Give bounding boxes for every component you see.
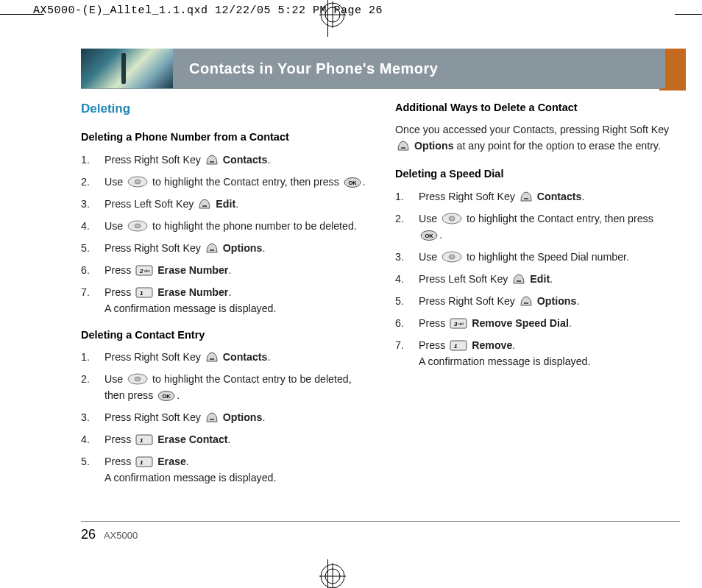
step-num: 7. bbox=[81, 284, 94, 316]
step-text: Press Right Soft Key Options. bbox=[104, 409, 366, 425]
step-text: Press Left Soft Key Edit. bbox=[419, 271, 680, 287]
step-text: Press 1 Erase Number.A confirmation mess… bbox=[104, 284, 366, 316]
subhead-delete-entry: Deleting a Contact Entry bbox=[81, 327, 366, 343]
step-text: Press 2abc Erase Number. bbox=[104, 262, 366, 278]
step-num: 5. bbox=[81, 453, 94, 486]
registration-mark-bottom bbox=[319, 563, 336, 588]
column-right: Additional Ways to Delete a Contact Once… bbox=[395, 99, 680, 522]
svg-text:1: 1 bbox=[140, 290, 143, 297]
steps-delete-entry: 1.Press Right Soft Key Contacts. 2.Use t… bbox=[81, 349, 366, 486]
key-1-icon: 1 bbox=[450, 340, 467, 351]
subhead-delete-number: Deleting a Phone Number from a Contact bbox=[81, 129, 366, 145]
step-num: 7. bbox=[395, 337, 408, 369]
step-num: 2. bbox=[81, 371, 94, 403]
step-text: Use to highlight the Contact entry to be… bbox=[104, 371, 366, 403]
step-num: 6. bbox=[395, 315, 408, 331]
svg-text:def: def bbox=[458, 322, 464, 326]
footer-rule bbox=[81, 521, 680, 522]
page-number: 26 bbox=[81, 527, 96, 542]
crop-mark-left bbox=[0, 14, 44, 15]
step-num: 5. bbox=[81, 240, 94, 256]
step-num: 1. bbox=[395, 188, 408, 205]
softkey-icon bbox=[205, 242, 219, 254]
step-num: 3. bbox=[395, 249, 408, 265]
body-columns: Deleting Deleting a Phone Number from a … bbox=[81, 99, 680, 522]
step-num: 2. bbox=[81, 174, 94, 190]
step-text: Press Right Soft Key Options. bbox=[104, 240, 366, 256]
key-2-icon: 2abc bbox=[135, 265, 153, 276]
svg-text:1: 1 bbox=[140, 459, 143, 466]
ok-icon bbox=[420, 230, 438, 241]
softkey-icon bbox=[520, 191, 533, 202]
step-text: Use to highlight the Speed Dial number. bbox=[419, 249, 680, 265]
step-text: Press Right Soft Key Options. bbox=[419, 293, 680, 309]
softkey-icon bbox=[397, 140, 410, 152]
para-additional: Once you accessed your Contacts, pressin… bbox=[395, 121, 680, 154]
model-name: AX5000 bbox=[104, 530, 138, 541]
step-num: 5. bbox=[395, 293, 408, 309]
svg-text:abc: abc bbox=[144, 269, 151, 273]
header-rule bbox=[81, 88, 686, 89]
nav-icon bbox=[127, 220, 148, 232]
svg-text:3: 3 bbox=[454, 321, 458, 327]
ok-icon bbox=[344, 177, 361, 188]
steps-delete-speed-dial: 1.Press Right Soft Key Contacts. 2.Use t… bbox=[395, 188, 680, 369]
key-1-icon: 1 bbox=[135, 456, 153, 467]
nav-icon bbox=[442, 251, 462, 263]
step-text: Use to highlight the Contact entry, then… bbox=[419, 210, 680, 243]
step-num: 1. bbox=[81, 349, 94, 365]
softkey-icon bbox=[205, 351, 219, 363]
step-num: 6. bbox=[81, 262, 94, 278]
step-text: Press Right Soft Key Contacts. bbox=[419, 188, 680, 205]
svg-text:1: 1 bbox=[140, 437, 143, 444]
step-num: 1. bbox=[81, 152, 94, 168]
subhead-delete-speed-dial: Deleting a Speed Dial bbox=[395, 166, 680, 182]
step-text: Press Right Soft Key Contacts. bbox=[104, 349, 366, 365]
softkey-icon bbox=[198, 198, 211, 210]
step-num: 4. bbox=[395, 271, 408, 287]
key-1-icon: 1 bbox=[135, 434, 153, 445]
step-text: Use to highlight the phone number to be … bbox=[104, 218, 366, 234]
step-text: Press Right Soft Key Contacts. bbox=[104, 152, 366, 168]
softkey-icon bbox=[520, 295, 533, 307]
page-footer: 26 AX5000 bbox=[81, 527, 138, 542]
key-3-icon: 3def bbox=[450, 318, 467, 329]
chapter-title: Contacts in Your Phone's Memory bbox=[173, 49, 665, 88]
softkey-icon bbox=[205, 154, 219, 166]
softkey-icon bbox=[205, 411, 219, 423]
step-num: 3. bbox=[81, 196, 94, 212]
ok-icon bbox=[157, 391, 175, 401]
step-num: 2. bbox=[395, 210, 408, 243]
softkey-icon bbox=[512, 273, 525, 285]
svg-text:1: 1 bbox=[454, 343, 458, 350]
step-text: Press 1 Remove.A confirmation message is… bbox=[419, 337, 680, 369]
key-1-icon: 1 bbox=[135, 287, 153, 298]
chapter-photo bbox=[81, 49, 173, 88]
step-text: Press 1 Erase.A confirmation message is … bbox=[104, 453, 366, 486]
column-left: Deleting Deleting a Phone Number from a … bbox=[81, 99, 366, 522]
section-heading: Deleting bbox=[81, 99, 366, 118]
step-num: 4. bbox=[81, 218, 94, 234]
step-text: Press Left Soft Key Edit. bbox=[104, 196, 366, 212]
nav-icon bbox=[127, 176, 148, 188]
chapter-accent bbox=[665, 49, 686, 88]
subhead-additional: Additional Ways to Delete a Contact bbox=[395, 99, 680, 116]
step-num: 4. bbox=[81, 431, 94, 447]
registration-mark-top bbox=[319, 1, 336, 34]
svg-text:2: 2 bbox=[139, 268, 143, 274]
chapter-band: Contacts in Your Phone's Memory bbox=[81, 49, 686, 88]
step-text: Press 3def Remove Speed Dial. bbox=[419, 315, 680, 331]
nav-icon bbox=[442, 213, 462, 224]
step-text: Press 1 Erase Contact. bbox=[104, 431, 366, 447]
crop-mark-right bbox=[675, 14, 702, 15]
nav-icon bbox=[127, 373, 148, 385]
step-num: 3. bbox=[81, 409, 94, 425]
steps-delete-number: 1.Press Right Soft Key Contacts. 2.Use t… bbox=[81, 152, 366, 316]
step-text: Use to highlight the Contact entry, then… bbox=[104, 174, 366, 190]
